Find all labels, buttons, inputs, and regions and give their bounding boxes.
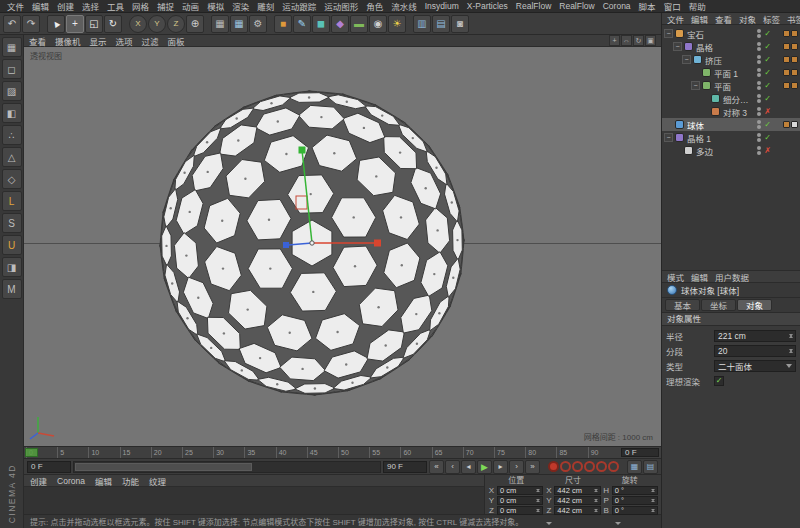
- expander-icon[interactable]: [673, 146, 682, 155]
- visibility-dots[interactable]: [757, 146, 761, 155]
- texture-mode-icon[interactable]: ▨: [2, 81, 22, 101]
- menu-item[interactable]: Corona: [599, 1, 635, 11]
- viewport-menu-item[interactable]: 查看: [29, 35, 46, 47]
- visibility-dots[interactable]: [757, 68, 761, 77]
- object-row[interactable]: − 平面 ✓: [662, 79, 800, 92]
- expander-icon[interactable]: −: [664, 133, 673, 142]
- menu-item[interactable]: 角色: [362, 0, 387, 12]
- object-row[interactable]: 对称 3 ✗: [662, 105, 800, 118]
- menu-item[interactable]: 动画: [178, 0, 203, 12]
- rotation-field[interactable]: 0 °: [612, 486, 658, 495]
- tag-icons[interactable]: [772, 69, 798, 76]
- spline-pen-icon[interactable]: ✎: [293, 15, 311, 33]
- visibility-dots[interactable]: [757, 29, 761, 38]
- deformer-icon[interactable]: ◆: [331, 15, 349, 33]
- z-axis-lock-icon[interactable]: Z: [167, 15, 185, 33]
- viewport-menu-item[interactable]: 摄像机: [55, 35, 81, 47]
- menu-item[interactable]: 模拟: [203, 0, 228, 12]
- object-row[interactable]: − 晶格 ✓: [662, 40, 800, 53]
- film-camera-icon[interactable]: ◙: [451, 15, 469, 33]
- x-axis-lock-icon[interactable]: X: [129, 15, 147, 33]
- workplane-lock-icon[interactable]: ◨: [2, 257, 22, 277]
- edges-mode-icon[interactable]: △: [2, 147, 22, 167]
- undo-icon[interactable]: ↶: [3, 15, 21, 33]
- material-menu-item[interactable]: 创建: [30, 475, 47, 487]
- attribute-tab[interactable]: 坐标: [701, 299, 736, 311]
- material-menu-item[interactable]: 功能: [122, 475, 139, 487]
- toolbar-icon[interactable]: [407, 15, 412, 33]
- tag-icons[interactable]: [772, 121, 798, 128]
- object-menu-item[interactable]: 标签: [763, 13, 780, 25]
- pla-record-icon[interactable]: ▤: [643, 460, 658, 474]
- record-rotation-button[interactable]: [596, 461, 607, 472]
- visibility-dots[interactable]: [757, 42, 761, 51]
- toolbar-icon[interactable]: [41, 15, 46, 33]
- object-row[interactable]: − 挤压 ✓: [662, 53, 800, 66]
- menu-item[interactable]: 网格: [128, 0, 153, 12]
- rotate-tool-icon[interactable]: ↻: [104, 15, 122, 33]
- model-mode-icon[interactable]: ◻: [2, 59, 22, 79]
- object-menu-item[interactable]: 文件: [667, 13, 684, 25]
- menu-item[interactable]: 运动跟踪: [278, 0, 320, 12]
- visibility-dots[interactable]: [757, 133, 761, 142]
- zoom-view-icon[interactable]: ⇔: [621, 35, 632, 46]
- expander-icon[interactable]: [664, 120, 673, 129]
- menu-item[interactable]: 工具: [103, 0, 128, 12]
- menu-item[interactable]: 创建: [53, 0, 78, 12]
- menu-item[interactable]: Insydium: [421, 1, 463, 11]
- object-row[interactable]: − 宝石 ✓: [662, 27, 800, 40]
- enable-toggle-icon[interactable]: ✓: [763, 120, 772, 129]
- tag-icon[interactable]: [791, 82, 798, 89]
- timeline-playhead[interactable]: [25, 448, 38, 457]
- object-menu-item[interactable]: 编辑: [691, 13, 708, 25]
- menu-item[interactable]: 编辑: [28, 0, 53, 12]
- pan-view-icon[interactable]: +: [609, 35, 620, 46]
- play-button[interactable]: ▶: [477, 460, 492, 474]
- menu-item[interactable]: 文件: [3, 0, 28, 12]
- viewport-solo-icon[interactable]: S: [2, 213, 22, 233]
- tag-icon[interactable]: [791, 30, 798, 37]
- tag-icon[interactable]: [783, 121, 790, 128]
- tag-icons[interactable]: [772, 56, 798, 63]
- segments-field[interactable]: 20: [714, 345, 796, 357]
- expander-icon[interactable]: [700, 94, 709, 103]
- previous-key-button[interactable]: ‹: [445, 460, 460, 474]
- menu-item[interactable]: 脚本: [635, 0, 660, 12]
- render-perfect-checkbox[interactable]: ✓: [714, 376, 724, 386]
- enable-toggle-icon[interactable]: ✗: [763, 107, 772, 116]
- tag-icon[interactable]: [783, 69, 790, 76]
- tag-icon[interactable]: [783, 82, 790, 89]
- material-menu-item[interactable]: 编辑: [95, 475, 112, 487]
- rotation-field[interactable]: 0 °: [612, 496, 658, 505]
- menu-item[interactable]: 雕刻: [253, 0, 278, 12]
- expander-icon[interactable]: −: [682, 55, 691, 64]
- menu-item[interactable]: 窗口: [660, 0, 685, 12]
- timeline-scrollbar-handle[interactable]: [75, 463, 252, 471]
- enable-toggle-icon[interactable]: ✓: [763, 94, 772, 103]
- size-field[interactable]: 442 cm: [554, 496, 600, 505]
- enable-toggle-icon[interactable]: ✓: [763, 55, 772, 64]
- tag-icon[interactable]: [791, 56, 798, 63]
- object-menu-item[interactable]: 对象: [739, 13, 756, 25]
- record-keyframe-button[interactable]: [548, 461, 559, 472]
- tag-icon[interactable]: [783, 30, 790, 37]
- attribute-menu-item[interactable]: 模式: [667, 271, 684, 283]
- attribute-tab[interactable]: 基本: [665, 299, 700, 311]
- type-select[interactable]: 二十面体: [714, 360, 796, 372]
- visibility-dots[interactable]: [757, 94, 761, 103]
- go-to-end-button[interactable]: »: [525, 460, 540, 474]
- viewport-menu-item[interactable]: 面板: [168, 35, 185, 47]
- toolbar-icon[interactable]: [123, 15, 128, 33]
- visibility-dots[interactable]: [757, 120, 761, 129]
- enable-toggle-icon[interactable]: ✓: [763, 81, 772, 90]
- menu-item[interactable]: 帮助: [685, 0, 710, 12]
- object-menu-item[interactable]: 查看: [715, 13, 732, 25]
- viewport-canvas[interactable]: 透视视图 网格间距 : 1000 cm: [24, 47, 661, 447]
- coordinate-system-icon[interactable]: ⊕: [186, 15, 204, 33]
- toolbar-icon[interactable]: [205, 15, 210, 33]
- enable-toggle-icon[interactable]: ✓: [763, 68, 772, 77]
- render-picture-icon[interactable]: ▦: [230, 15, 248, 33]
- record-scale-button[interactable]: [584, 461, 595, 472]
- attribute-menu-item[interactable]: 用户数据: [715, 271, 749, 283]
- move-tool-icon[interactable]: +: [66, 15, 84, 33]
